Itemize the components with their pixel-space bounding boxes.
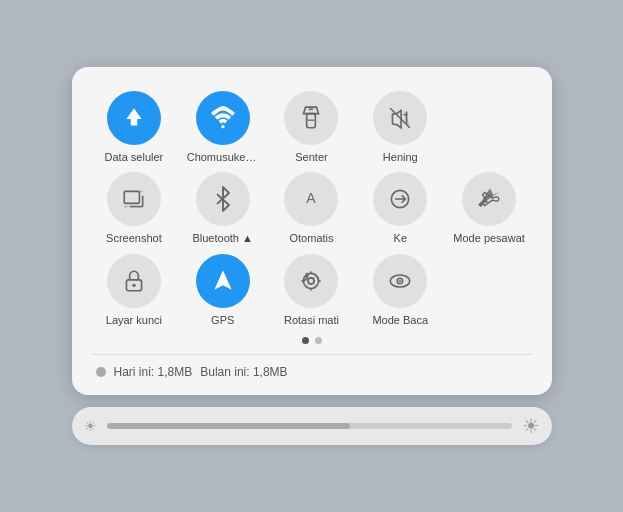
screenshot-icon-circle (107, 172, 161, 226)
svg-point-14 (132, 283, 135, 286)
brightness-bar[interactable]: ☀ ☀ (72, 407, 552, 445)
ke-icon-circle (373, 172, 427, 226)
brightness-fill (107, 423, 350, 429)
tile-mode-pesawat[interactable]: Mode pesawat (447, 172, 532, 245)
otomatis-icon: A (298, 186, 324, 212)
today-usage: Hari ini: 1,8MB (114, 365, 193, 379)
tile-chomusuke-label: Chomusuke ▲ (187, 151, 259, 164)
quick-settings-panel: Data seluler Chomusuke ▲ (72, 67, 552, 395)
data-usage: Hari ini: 1,8MB Bulan ini: 1,8MB (92, 365, 532, 379)
tile-bluetooth-label: Bluetooth ▲ (192, 232, 252, 245)
lock-icon (121, 268, 147, 294)
wifi-icon (210, 105, 236, 131)
otomatis-icon-circle: A (284, 172, 338, 226)
tile-otomatis[interactable]: A Otomatis (269, 172, 354, 245)
rotation-icon (298, 268, 324, 294)
tile-rotasi-mati-label: Rotasi mati (284, 314, 339, 327)
brightness-min-icon: ☀ (84, 418, 97, 434)
pagination-dot-2 (315, 337, 322, 344)
tile-ke-label: Ke (394, 232, 407, 245)
tile-senter-label: Senter (295, 151, 327, 164)
svg-point-17 (309, 278, 314, 283)
pagination-dot-1 (302, 337, 309, 344)
tile-rotasi-mati[interactable]: Rotasi mati (269, 254, 354, 327)
tile-hening[interactable]: Hening (358, 91, 443, 164)
brightness-max-icon: ☀ (522, 414, 540, 438)
tile-otomatis-label: Otomatis (289, 232, 333, 245)
svg-rect-6 (124, 192, 139, 204)
tile-chomusuke[interactable]: Chomusuke ▲ (180, 91, 265, 164)
screenshot-icon (121, 186, 147, 212)
tile-mode-pesawat-label: Mode pesawat (453, 232, 525, 245)
tile-screenshot[interactable]: Screenshot (92, 172, 177, 245)
tile-layar-kunci[interactable]: Layar kunci (92, 254, 177, 327)
eye-icon (387, 268, 413, 294)
tile-senter[interactable]: Senter (269, 91, 354, 164)
bluetooth-icon-circle (196, 172, 250, 226)
senter-icon-circle (284, 91, 338, 145)
data-seluler-icon (121, 105, 147, 131)
tile-mode-baca-label: Mode Baca (372, 314, 428, 327)
brightness-track[interactable] (107, 423, 512, 429)
data-dot (96, 367, 106, 377)
svg-text:A: A (307, 191, 317, 207)
tile-gps-label: GPS (211, 314, 234, 327)
pagination (92, 337, 532, 344)
airplane-icon (476, 186, 502, 212)
tiles-grid: Data seluler Chomusuke ▲ (92, 91, 532, 327)
divider (92, 354, 532, 355)
tile-hening-label: Hening (383, 151, 418, 164)
tile-gps[interactable]: GPS (180, 254, 265, 327)
hening-icon-circle (373, 91, 427, 145)
tile-data-seluler[interactable]: Data seluler (92, 91, 177, 164)
tile-screenshot-label: Screenshot (106, 232, 162, 245)
svg-point-0 (221, 125, 224, 128)
svg-point-20 (399, 280, 401, 282)
tile-bluetooth[interactable]: Bluetooth ▲ (180, 172, 265, 245)
gps-icon-circle (196, 254, 250, 308)
data-seluler-icon-circle (107, 91, 161, 145)
hening-icon (387, 105, 413, 131)
month-usage: Bulan ini: 1,8MB (200, 365, 287, 379)
tile-mode-baca[interactable]: Mode Baca (358, 254, 443, 327)
bluetooth-icon (210, 186, 236, 212)
gps-icon (210, 268, 236, 294)
rotasi-mati-icon-circle (284, 254, 338, 308)
ke-icon (387, 186, 413, 212)
chomusuke-icon-circle (196, 91, 250, 145)
mode-pesawat-icon-circle (462, 172, 516, 226)
tile-data-seluler-label: Data seluler (105, 151, 164, 164)
layar-kunci-icon-circle (107, 254, 161, 308)
senter-icon (298, 105, 324, 131)
mode-baca-icon-circle (373, 254, 427, 308)
tile-ke[interactable]: Ke (358, 172, 443, 245)
tile-layar-kunci-label: Layar kunci (106, 314, 162, 327)
